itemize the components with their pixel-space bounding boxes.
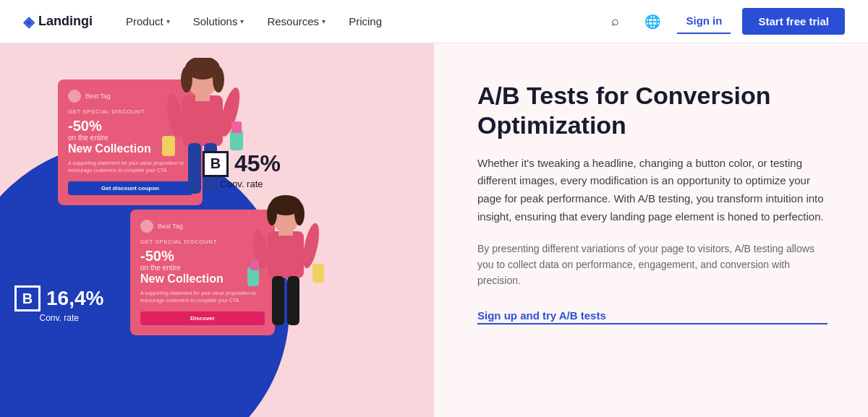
main-content: Best Tag GET SPECIAL DISCOUNT -50% on th… [0, 43, 868, 417]
svg-rect-12 [195, 94, 210, 101]
svg-rect-10 [188, 143, 201, 194]
nav-product-label: Product [126, 15, 163, 27]
nav-product-chevron: ▾ [166, 17, 170, 25]
card-a-tag: Best Tag [85, 93, 111, 100]
card-b-dot [140, 220, 153, 233]
language-button[interactable]: 🌐 [639, 9, 665, 35]
main-nav: Product ▾ Solutions ▾ Resources ▾ Pricin… [116, 9, 602, 33]
svg-rect-8 [230, 130, 243, 150]
b-percent-top: 45% [234, 150, 281, 177]
svg-rect-25 [278, 230, 293, 236]
svg-rect-4 [182, 95, 223, 146]
search-icon: ⌕ [611, 14, 619, 29]
nav-item-solutions[interactable]: Solutions ▾ [183, 9, 255, 33]
nav-solutions-chevron: ▾ [240, 17, 244, 25]
svg-rect-22 [250, 260, 259, 270]
b-badge-top: B 45% Conv. rate [203, 150, 281, 189]
hero-description: Whether it's tweaking a headline, changi… [477, 155, 827, 226]
b-percent-bottom: 16,4% [46, 287, 103, 310]
conv-rate-top: Conv. rate [221, 179, 263, 189]
svg-rect-9 [231, 121, 242, 133]
nav-resources-chevron: ▾ [322, 17, 326, 25]
conv-rate-bottom: Conv. rate [39, 313, 78, 323]
hero-title: A/B Tests for ConversionOptimization [477, 81, 827, 140]
svg-rect-21 [312, 264, 324, 283]
nav-resources-label: Resources [267, 15, 319, 27]
logo-icon: ◈ [23, 13, 34, 30]
svg-rect-7 [162, 136, 175, 156]
card-a-dot [68, 90, 81, 103]
right-panel: A/B Tests for ConversionOptimization Whe… [434, 43, 868, 417]
card-b-tag: Best Tag [158, 223, 183, 230]
woman-figure-b [246, 195, 326, 340]
header-right: ⌕ 🌐 Sign in Start free trial [602, 8, 845, 35]
nav-item-pricing[interactable]: Pricing [339, 9, 392, 33]
hero-cta-link[interactable]: Sign up and try A/B tests [477, 309, 827, 324]
svg-point-3 [213, 66, 224, 93]
trial-button[interactable]: Start free trial [742, 8, 845, 35]
svg-rect-24 [287, 276, 299, 325]
nav-solutions-label: Solutions [193, 15, 238, 27]
svg-point-16 [294, 202, 305, 225]
b-badge-bottom: B 16,4% Conv. rate [14, 285, 103, 323]
svg-rect-17 [268, 231, 304, 278]
search-button[interactable]: ⌕ [602, 9, 628, 35]
svg-point-2 [181, 66, 192, 93]
b-box-top: B [203, 151, 229, 177]
header: ◈ Landingi Product ▾ Solutions ▾ Resourc… [0, 0, 868, 43]
hero-description-2: By presenting different variations of yo… [477, 241, 827, 289]
nav-item-product[interactable]: Product ▾ [116, 9, 180, 33]
signin-button[interactable]: Sign in [677, 9, 731, 34]
svg-rect-23 [272, 276, 284, 325]
globe-icon: 🌐 [644, 14, 660, 30]
svg-point-15 [267, 202, 277, 225]
left-panel: Best Tag GET SPECIAL DISCOUNT -50% on th… [0, 43, 434, 417]
b-box-bottom: B [14, 285, 41, 311]
logo-text: Landingi [38, 14, 93, 29]
logo[interactable]: ◈ Landingi [23, 13, 93, 30]
nav-pricing-label: Pricing [349, 15, 382, 27]
nav-item-resources[interactable]: Resources ▾ [257, 9, 336, 33]
